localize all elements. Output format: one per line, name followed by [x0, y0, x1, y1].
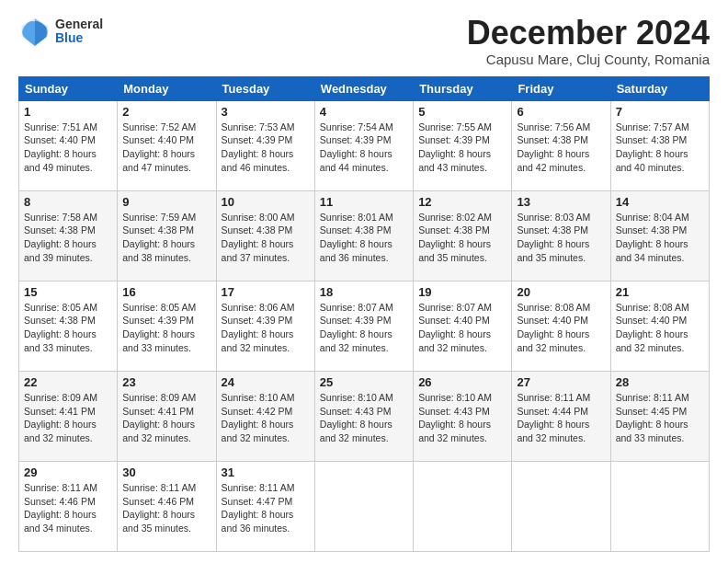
day-31: 31 Sunrise: 8:11 AMSunset: 4:47 PMDaylig…	[216, 461, 314, 551]
col-wednesday: Wednesday	[314, 76, 413, 100]
day-21: 21 Sunrise: 8:08 AMSunset: 4:40 PMDaylig…	[610, 281, 709, 371]
day-22: 22 Sunrise: 8:09 AMSunset: 4:41 PMDaylig…	[19, 371, 118, 461]
empty-cell-3	[512, 461, 610, 551]
week-row-1: 1 Sunrise: 7:51 AMSunset: 4:40 PMDayligh…	[19, 100, 710, 190]
day-24: 24 Sunrise: 8:10 AMSunset: 4:42 PMDaylig…	[216, 371, 314, 461]
day-13: 13 Sunrise: 8:03 AMSunset: 4:38 PMDaylig…	[512, 190, 610, 281]
week-row-3: 15 Sunrise: 8:05 AMSunset: 4:38 PMDaylig…	[19, 281, 710, 371]
calendar-table: Sunday Monday Tuesday Wednesday Thursday…	[18, 76, 710, 552]
logo-blue-text: Blue	[55, 31, 103, 45]
empty-cell-1	[314, 461, 413, 551]
week-row-5: 29 Sunrise: 8:11 AMSunset: 4:46 PMDaylig…	[19, 461, 710, 551]
day-4: 4 Sunrise: 7:54 AMSunset: 4:39 PMDayligh…	[314, 100, 413, 190]
day-7: 7 Sunrise: 7:57 AMSunset: 4:38 PMDayligh…	[610, 100, 709, 190]
day-11: 11 Sunrise: 8:01 AMSunset: 4:38 PMDaylig…	[314, 190, 413, 281]
col-tuesday: Tuesday	[216, 76, 314, 100]
page: General Blue December 2024 Capusu Mare, …	[0, 0, 728, 563]
day-27: 27 Sunrise: 8:11 AMSunset: 4:44 PMDaylig…	[512, 371, 610, 461]
day-14: 14 Sunrise: 8:04 AMSunset: 4:38 PMDaylig…	[610, 190, 709, 281]
col-saturday: Saturday	[610, 76, 709, 100]
title-section: December 2024 Capusu Mare, Cluj County, …	[467, 15, 710, 67]
day-26: 26 Sunrise: 8:10 AMSunset: 4:43 PMDaylig…	[414, 371, 512, 461]
day-6: 6 Sunrise: 7:56 AMSunset: 4:38 PMDayligh…	[512, 100, 610, 190]
logo: General Blue	[18, 15, 103, 48]
day-25: 25 Sunrise: 8:10 AMSunset: 4:43 PMDaylig…	[314, 371, 413, 461]
week-row-2: 8 Sunrise: 7:58 AMSunset: 4:38 PMDayligh…	[19, 190, 710, 281]
day-16: 16 Sunrise: 8:05 AMSunset: 4:39 PMDaylig…	[118, 281, 216, 371]
col-thursday: Thursday	[414, 76, 512, 100]
day-9: 9 Sunrise: 7:59 AMSunset: 4:38 PMDayligh…	[118, 190, 216, 281]
day-2: 2 Sunrise: 7:52 AMSunset: 4:40 PMDayligh…	[118, 100, 216, 190]
empty-cell-4	[610, 461, 709, 551]
col-friday: Friday	[512, 76, 610, 100]
day-18: 18 Sunrise: 8:07 AMSunset: 4:39 PMDaylig…	[314, 281, 413, 371]
weekday-header-row: Sunday Monday Tuesday Wednesday Thursday…	[19, 76, 710, 100]
header: General Blue December 2024 Capusu Mare, …	[18, 15, 710, 67]
main-title: December 2024	[467, 15, 710, 52]
logo-general-text: General	[55, 17, 103, 31]
day-15: 15 Sunrise: 8:05 AMSunset: 4:38 PMDaylig…	[19, 281, 118, 371]
day-10: 10 Sunrise: 8:00 AMSunset: 4:38 PMDaylig…	[216, 190, 314, 281]
day-30: 30 Sunrise: 8:11 AMSunset: 4:46 PMDaylig…	[118, 461, 216, 551]
day-3: 3 Sunrise: 7:53 AMSunset: 4:39 PMDayligh…	[216, 100, 314, 190]
day-29: 29 Sunrise: 8:11 AMSunset: 4:46 PMDaylig…	[19, 461, 118, 551]
day-19: 19 Sunrise: 8:07 AMSunset: 4:40 PMDaylig…	[414, 281, 512, 371]
day-5: 5 Sunrise: 7:55 AMSunset: 4:39 PMDayligh…	[414, 100, 512, 190]
week-row-4: 22 Sunrise: 8:09 AMSunset: 4:41 PMDaylig…	[19, 371, 710, 461]
day-20: 20 Sunrise: 8:08 AMSunset: 4:40 PMDaylig…	[512, 281, 610, 371]
day-8: 8 Sunrise: 7:58 AMSunset: 4:38 PMDayligh…	[19, 190, 118, 281]
day-1: 1 Sunrise: 7:51 AMSunset: 4:40 PMDayligh…	[19, 100, 118, 190]
logo-icon	[18, 15, 51, 48]
subtitle: Capusu Mare, Cluj County, Romania	[467, 52, 710, 67]
day-17: 17 Sunrise: 8:06 AMSunset: 4:39 PMDaylig…	[216, 281, 314, 371]
col-monday: Monday	[118, 76, 216, 100]
day-12: 12 Sunrise: 8:02 AMSunset: 4:38 PMDaylig…	[414, 190, 512, 281]
col-sunday: Sunday	[19, 76, 118, 100]
day-28: 28 Sunrise: 8:11 AMSunset: 4:45 PMDaylig…	[610, 371, 709, 461]
day-23: 23 Sunrise: 8:09 AMSunset: 4:41 PMDaylig…	[118, 371, 216, 461]
logo-text: General Blue	[55, 17, 103, 46]
empty-cell-2	[414, 461, 512, 551]
